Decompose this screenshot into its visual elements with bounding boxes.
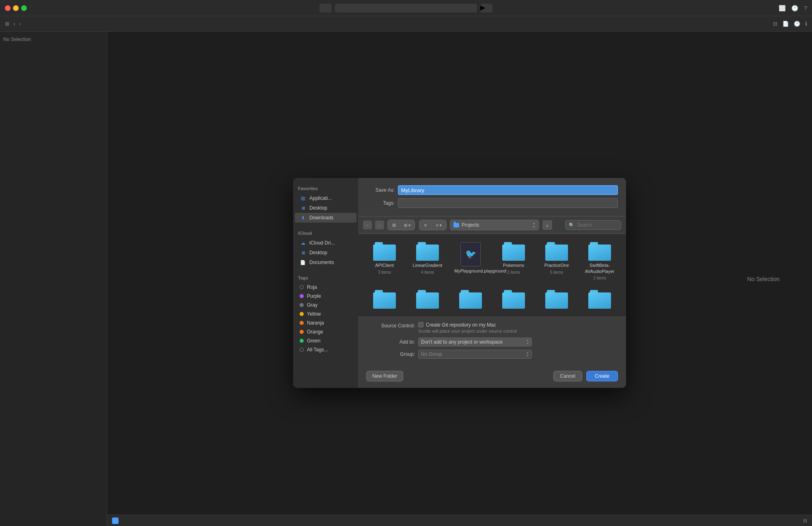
cancel-button[interactable]: Cancel: [553, 371, 582, 381]
sidebar-item-tag-green[interactable]: Green: [295, 336, 356, 345]
new-folder-button[interactable]: New Folder: [366, 371, 403, 381]
folder-icon-practiceone: [545, 242, 568, 261]
sidebar-item-tag-orange[interactable]: Orange: [295, 327, 356, 336]
no-selection-sidebar: No Selection: [0, 35, 107, 44]
file-item-folder8[interactable]: [408, 287, 447, 312]
maximize-button[interactable]: [21, 5, 27, 11]
nav-forward-icon[interactable]: ›: [19, 21, 21, 27]
panel-toggle-icon[interactable]: ⊟: [803, 518, 807, 524]
location-picker[interactable]: Projects ▲ ▼: [450, 220, 539, 230]
tag-orange-dot: [300, 330, 304, 334]
tag-label-purple: Purple: [307, 293, 321, 299]
minimize-button[interactable]: [13, 5, 19, 11]
file-name-pokemons: Pokemons: [503, 262, 524, 268]
toolbar-scheme-selector[interactable]: [335, 4, 477, 13]
dialog-sidebar: Favorites ⊞ Applicati... 🖥 Desktop: [293, 178, 358, 388]
list-view-button[interactable]: ≡: [419, 220, 432, 230]
file-item-lineargradient[interactable]: LinearGradient 4 items: [408, 239, 447, 284]
sidebar-item-icloud-drive[interactable]: ☁ iCloud Dri...: [295, 238, 356, 248]
inspect-icon[interactable]: ℹ: [805, 21, 807, 27]
tag-label-green: Green: [307, 338, 320, 344]
file-item-apiclient[interactable]: APIClient 3 items: [365, 239, 404, 284]
collapse-button[interactable]: ▲: [542, 220, 552, 230]
close-button[interactable]: [5, 5, 11, 11]
sidebar-item-tag-yellow[interactable]: Yellow: [295, 310, 356, 318]
nav-forward-button[interactable]: ›: [375, 221, 384, 229]
sidebar-item-tag-naranja[interactable]: Naranja: [295, 318, 356, 327]
dropdown-up-arrow: ▲: [526, 339, 529, 342]
documents-icon: 📄: [300, 259, 306, 266]
file-item-pokemons[interactable]: Pokemons 2 items: [494, 239, 533, 284]
file-item-folder12[interactable]: [580, 287, 620, 312]
file-item-playground[interactable]: 🐦 MyPlayground.playground: [451, 239, 490, 284]
folder-icon-apiclient: [373, 242, 396, 261]
folder-icon-12: [588, 290, 611, 309]
sidebar-item-tag-roja[interactable]: Roja: [295, 283, 356, 292]
tag-label-yellow: Yellow: [307, 311, 321, 317]
status-bar: ⊟: [107, 515, 812, 526]
panel-right-icon[interactable]: ⊟: [773, 21, 777, 27]
tags-label: Tags:: [366, 200, 395, 206]
tag-label-naranja: Naranja: [307, 320, 324, 326]
tag-label-roja: Roja: [307, 284, 317, 290]
sidebar-item-applications[interactable]: ⊞ Applicati...: [295, 193, 356, 203]
sidebar-item-downloads[interactable]: ⬇ Downloads: [295, 213, 356, 223]
file-item-folder9[interactable]: [451, 287, 490, 312]
list-view-dropdown[interactable]: ≡ ▾: [432, 220, 446, 230]
sidebar-item-tag-purple[interactable]: Purple: [295, 292, 356, 301]
file-browser: APIClient 3 items LinearGradient 4 items: [358, 234, 626, 317]
add-to-dropdown[interactable]: Don't add to any project or workspace ▲ …: [418, 338, 532, 346]
search-input[interactable]: [577, 222, 618, 228]
tags-input[interactable]: [398, 198, 618, 208]
create-button[interactable]: Create: [586, 371, 618, 381]
tag-naranja-dot: [300, 321, 304, 325]
grid-icon[interactable]: ⊞: [5, 21, 9, 27]
playground-icon: 🐦: [460, 242, 481, 266]
history-icon[interactable]: 🕐: [794, 21, 800, 27]
group-dropdown-arrows: ▲ ▼: [526, 351, 529, 357]
sidebar-item-documents[interactable]: 📄 Documents: [295, 258, 356, 267]
file-item-folder7[interactable]: [365, 287, 404, 312]
source-control-row: Source Control: Create Git repository on…: [366, 322, 618, 333]
add-to-row: Add to: Don't add to any project or work…: [366, 338, 618, 346]
folder-icon-11: [545, 290, 568, 309]
icon-view-button[interactable]: ⊞: [388, 220, 400, 230]
dialog-bottom: Source Control: Create Git repository on…: [358, 317, 626, 367]
inspector-icon[interactable]: ⬜: [779, 5, 786, 11]
sidebar-item-icloud-desktop[interactable]: 🖥 Desktop: [295, 248, 356, 258]
traffic-lights: [5, 5, 27, 11]
nav-back-button[interactable]: ‹: [363, 221, 372, 229]
file-meta-lineargradient: 4 items: [421, 270, 434, 275]
file-item-practiceone[interactable]: PracticeOne 5 items: [537, 239, 577, 284]
apps-icon: ⊞: [300, 195, 306, 201]
group-dropdown[interactable]: No Group ▲ ▼: [418, 350, 532, 359]
icon-view-dropdown[interactable]: ⊞ ▾: [400, 220, 415, 230]
desktop-icon: 🖥: [300, 205, 306, 211]
sidebar-item-label-icloud-desktop: Desktop: [309, 250, 327, 255]
sidebar-item-all-tags[interactable]: All Tags...: [295, 345, 356, 354]
main-area: No Selection No Selection Favorites ⊞ Ap…: [0, 32, 812, 526]
icloud-icon: ☁: [300, 240, 306, 246]
file-item-folder10[interactable]: [494, 287, 533, 312]
save-as-input[interactable]: [398, 185, 618, 195]
add-file-icon[interactable]: 📄: [782, 21, 789, 27]
source-control-hint: Xcode will place your project under sour…: [418, 329, 517, 333]
file-item-folder11[interactable]: [537, 287, 577, 312]
group-label: Group:: [366, 351, 415, 357]
run-button[interactable]: ▶: [480, 4, 492, 13]
scheme-icon[interactable]: [320, 4, 332, 13]
sidebar-item-tag-gray[interactable]: Gray: [295, 301, 356, 310]
left-sidebar: No Selection: [0, 32, 107, 526]
clock-icon[interactable]: 🕐: [791, 5, 798, 11]
help-icon[interactable]: ?: [804, 5, 807, 11]
sidebar-item-desktop[interactable]: 🖥 Desktop: [295, 203, 356, 213]
source-control-checkbox[interactable]: [418, 322, 423, 327]
folder-icon-9: [459, 290, 482, 309]
file-item-swiftbeta[interactable]: SwiftBeta-AVAudioPlayer 2 items: [580, 239, 620, 284]
dialog-form: Save As: Tags:: [358, 178, 626, 216]
folder-icon-pokemons: [502, 242, 525, 261]
folder-icon-7: [373, 290, 396, 309]
location-up-arrow: ▲: [532, 222, 536, 225]
dialog-actions: New Folder Cancel Create: [358, 367, 626, 388]
nav-back-icon[interactable]: ‹: [13, 21, 15, 27]
